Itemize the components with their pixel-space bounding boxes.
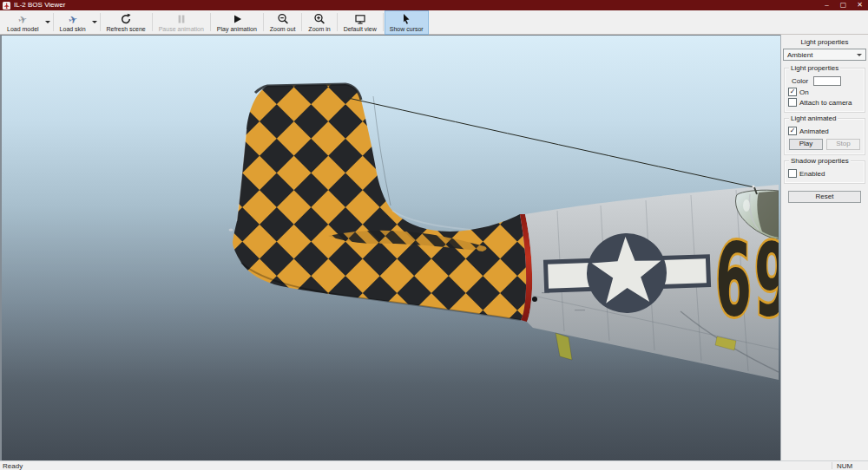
title-bar: IL-2 BOS Viewer – ▢ ✕ xyxy=(0,0,868,10)
attach-to-camera-label: Attach to camera xyxy=(799,99,852,107)
light-properties-panel: Light properties Ambient Light propertie… xyxy=(780,35,868,460)
toolbar-separator xyxy=(152,13,153,31)
aircraft-scene: 69 xyxy=(2,36,779,460)
cursor-icon xyxy=(400,14,412,25)
app-window: IL-2 BOS Viewer – ▢ ✕ ✈ Load model ✈ Loa… xyxy=(0,0,868,470)
pause-icon xyxy=(175,14,187,25)
play-animation-button[interactable]: Play animation xyxy=(212,10,262,35)
toolbar-separator xyxy=(100,13,101,31)
play-icon xyxy=(231,14,243,25)
load-model-button[interactable]: ✈ Load model xyxy=(2,10,44,35)
num-lock-indicator: NUM xyxy=(832,462,868,470)
minimize-button[interactable]: – xyxy=(819,0,835,10)
zoom-in-icon xyxy=(313,14,326,25)
chevron-down-icon xyxy=(45,21,50,23)
zoom-out-icon xyxy=(277,14,289,25)
shadow-enabled-checkbox[interactable] xyxy=(788,169,797,178)
toolbar-separator xyxy=(53,13,54,31)
airplane-blue-icon: ✈ xyxy=(67,12,78,25)
maximize-button[interactable]: ▢ xyxy=(835,0,852,10)
window-title: IL-2 BOS Viewer xyxy=(14,0,65,10)
refresh-icon xyxy=(120,14,132,25)
light-properties-group: Light properties Color ✓ On Attach to ca… xyxy=(784,68,865,113)
animated-checkbox[interactable]: ✓ xyxy=(788,127,797,135)
reset-button[interactable]: Reset xyxy=(788,191,861,203)
light-source-value: Ambient xyxy=(787,51,812,59)
show-cursor-button[interactable]: Show cursor xyxy=(385,10,429,35)
toolbar-separator xyxy=(301,13,302,31)
toolbar-separator xyxy=(383,13,384,31)
refresh-scene-button[interactable]: Refresh scene xyxy=(102,10,151,35)
light-animated-group: Light animated ✓ Animated Play Stop xyxy=(784,118,865,155)
monitor-icon xyxy=(354,14,366,25)
toolbar-separator xyxy=(263,13,264,31)
zoom-out-button[interactable]: Zoom out xyxy=(265,10,301,35)
animated-label: Animated xyxy=(799,127,829,135)
stop-button: Stop xyxy=(826,139,860,150)
antenna-wire xyxy=(348,98,757,194)
toolbar-separator xyxy=(210,13,211,31)
color-label: Color xyxy=(792,77,808,85)
app-icon xyxy=(3,2,10,10)
checkered-tail xyxy=(229,84,527,320)
status-bar: Ready NUM xyxy=(0,460,868,470)
chevron-down-icon xyxy=(857,54,862,56)
zoom-in-button[interactable]: Zoom in xyxy=(303,10,335,35)
close-button[interactable]: ✕ xyxy=(852,0,868,10)
shadow-properties-group: Shadow properties Enabled xyxy=(784,160,865,184)
tail-number: 69 xyxy=(715,221,779,339)
play-button[interactable]: Play xyxy=(789,139,823,150)
shadow-enabled-label: Enabled xyxy=(799,170,825,178)
panel-title: Light properties xyxy=(781,35,868,49)
load-model-dropdown[interactable] xyxy=(44,11,52,33)
pause-animation-button: Pause animation xyxy=(154,10,209,35)
3d-viewport[interactable]: 69 xyxy=(0,35,780,460)
attach-to-camera-checkbox[interactable] xyxy=(788,98,797,107)
load-skin-button[interactable]: ✈ Load skin xyxy=(55,10,91,35)
on-label: On xyxy=(799,88,809,96)
toolbar-separator xyxy=(337,13,338,31)
toolbar: ✈ Load model ✈ Load skin Refresh scene P… xyxy=(0,10,868,35)
on-checkbox[interactable]: ✓ xyxy=(788,88,797,96)
status-text: Ready xyxy=(0,462,23,470)
airplane-gray-icon: ✈ xyxy=(17,12,29,25)
load-skin-dropdown[interactable] xyxy=(91,11,99,33)
default-view-button[interactable]: Default view xyxy=(339,10,382,35)
color-swatch[interactable] xyxy=(813,76,841,86)
light-source-select[interactable]: Ambient xyxy=(783,49,866,61)
chevron-down-icon xyxy=(92,21,97,23)
